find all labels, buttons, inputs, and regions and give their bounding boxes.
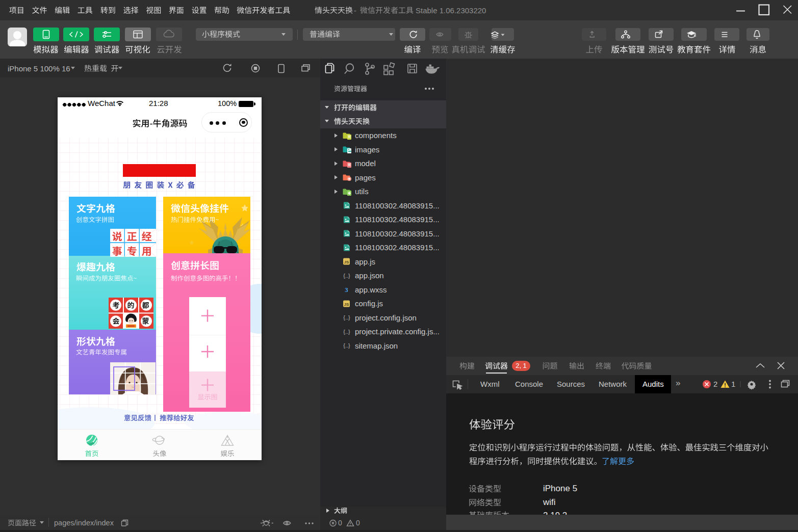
svg-text:3: 3 bbox=[345, 286, 348, 294]
svg-text:{..}: {..} bbox=[343, 329, 350, 335]
svg-text:{..}: {..} bbox=[343, 273, 350, 279]
svg-text:{..}: {..} bbox=[343, 314, 350, 321]
svg-text:JS: JS bbox=[344, 260, 349, 264]
svg-text:{..}: {..} bbox=[343, 342, 350, 349]
svg-text:JS: JS bbox=[344, 302, 349, 306]
